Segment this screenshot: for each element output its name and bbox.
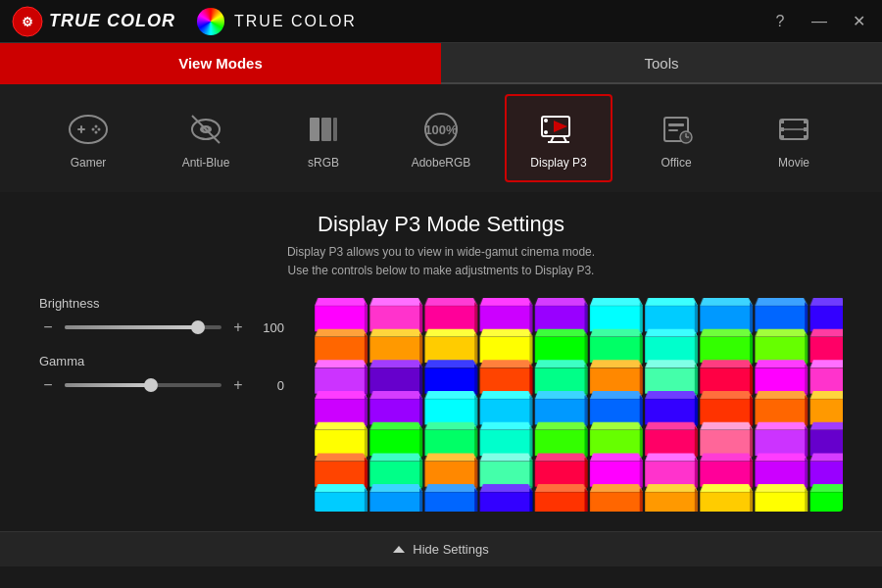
display-p3-label: Display P3 (530, 156, 586, 170)
brightness-track[interactable] (65, 325, 221, 329)
controls-panel: Brightness − + 100 Gamma − (39, 296, 284, 512)
svg-rect-14 (321, 118, 331, 141)
mode-srgb[interactable]: sRGB (270, 94, 377, 182)
close-button[interactable]: ✕ (847, 10, 870, 33)
svg-rect-32 (780, 120, 784, 123)
gamma-control: Gamma − + 0 (39, 354, 284, 394)
true-color-label: TRUE COLOR (234, 13, 357, 30)
svg-rect-36 (804, 127, 808, 131)
gamma-thumb[interactable] (144, 378, 158, 392)
tab-view-modes[interactable]: View Modes (0, 43, 441, 84)
msi-brand-text: TRUE COLOR (49, 11, 175, 31)
svg-point-5 (95, 125, 98, 128)
movie-icon (771, 107, 816, 152)
settings-description: Display P3 allows you to view in wide-ga… (39, 243, 843, 280)
brightness-label: Brightness (39, 296, 284, 311)
svg-rect-15 (333, 118, 337, 141)
color-cubes-preview (314, 296, 843, 512)
svg-marker-22 (554, 121, 567, 132)
brightness-slider-row: − + 100 (39, 318, 284, 336)
minimize-button[interactable]: — (808, 10, 831, 33)
anti-blue-label: Anti-Blue (182, 156, 230, 170)
settings-header: Display P3 Mode Settings Display P3 allo… (39, 212, 843, 280)
gamma-slider-row: − + 0 (39, 376, 284, 394)
brightness-value: 100 (255, 320, 284, 335)
title-bar: ⚙ TRUE COLOR TRUE COLOR ? — ✕ (0, 0, 882, 43)
color-wheel-icon (197, 8, 224, 35)
hide-settings-bar[interactable]: Hide Settings (0, 531, 882, 566)
anti-blue-icon (183, 107, 228, 152)
mode-anti-blue[interactable]: Anti-Blue (152, 94, 260, 182)
movie-label: Movie (778, 156, 809, 170)
adobergb-label: AdobeRGB (412, 156, 471, 170)
svg-rect-35 (804, 120, 808, 123)
svg-rect-37 (804, 135, 808, 139)
help-button[interactable]: ? (768, 10, 792, 33)
svg-point-8 (95, 131, 98, 134)
srgb-icon (301, 107, 346, 152)
gamer-icon (66, 107, 111, 152)
title-bar-controls: ? — ✕ (768, 10, 870, 33)
svg-rect-13 (310, 118, 319, 141)
brightness-thumb[interactable] (191, 320, 205, 334)
gamma-increase-button[interactable]: + (229, 376, 247, 394)
mode-movie[interactable]: Movie (740, 94, 848, 182)
svg-point-6 (98, 128, 101, 131)
svg-rect-33 (780, 127, 784, 131)
svg-rect-34 (780, 135, 784, 139)
hide-settings-label: Hide Settings (413, 542, 488, 557)
srgb-label: sRGB (308, 156, 339, 170)
mode-display-p3[interactable]: Display P3 (505, 94, 612, 182)
display-p3-icon (536, 107, 581, 152)
gamma-track[interactable] (65, 383, 221, 387)
adobergb-icon: 100% (418, 107, 464, 152)
svg-text:100%: 100% (424, 122, 458, 137)
msi-logo: ⚙ TRUE COLOR (12, 6, 179, 37)
brightness-increase-button[interactable]: + (229, 318, 247, 336)
modes-row: Gamer Anti-Blue sRGB 1 (0, 84, 882, 192)
title-bar-left: ⚙ TRUE COLOR TRUE COLOR (12, 6, 357, 37)
gamma-value: 0 (255, 378, 284, 393)
settings-title: Display P3 Mode Settings (39, 212, 843, 237)
preview-panel (314, 296, 843, 512)
svg-point-7 (92, 128, 95, 131)
settings-body: Brightness − + 100 Gamma − (39, 296, 843, 512)
svg-rect-27 (668, 129, 678, 131)
gamma-fill (65, 383, 151, 387)
gamma-label: Gamma (39, 354, 284, 368)
tab-tools[interactable]: Tools (441, 43, 882, 84)
brightness-control: Brightness − + 100 (39, 296, 284, 336)
chevron-up-icon (393, 546, 405, 553)
gamma-decrease-button[interactable]: − (39, 376, 57, 394)
tab-bar: View Modes Tools (0, 43, 882, 84)
mode-gamer[interactable]: Gamer (34, 94, 142, 182)
svg-point-23 (544, 119, 548, 122)
office-icon (654, 107, 699, 152)
svg-text:⚙: ⚙ (22, 15, 33, 29)
main-content: Display P3 Mode Settings Display P3 allo… (0, 192, 882, 531)
brightness-fill (65, 325, 198, 329)
msi-dragon-icon: ⚙ (12, 6, 43, 37)
gamer-label: Gamer (71, 156, 107, 170)
brightness-decrease-button[interactable]: − (39, 318, 57, 336)
svg-point-2 (70, 116, 107, 143)
svg-rect-4 (77, 128, 85, 130)
office-label: Office (661, 156, 691, 170)
svg-rect-26 (668, 123, 684, 126)
mode-adobergb[interactable]: 100% AdobeRGB (387, 94, 495, 182)
svg-point-24 (544, 130, 548, 134)
mode-office[interactable]: Office (622, 94, 730, 182)
